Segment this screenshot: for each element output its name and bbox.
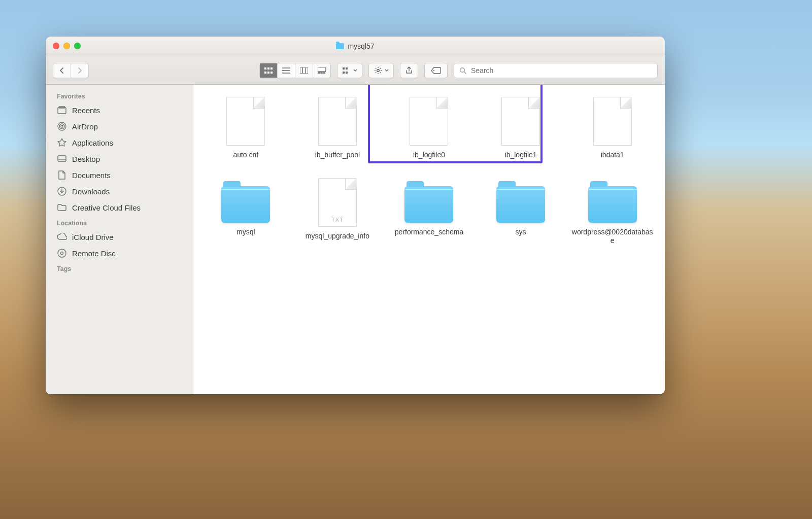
group-button[interactable] bbox=[337, 63, 362, 78]
desktop-background: mysql57 bbox=[0, 0, 812, 519]
file-item[interactable]: ibdata1 bbox=[569, 97, 656, 160]
file-icon bbox=[318, 178, 357, 227]
zoom-button[interactable] bbox=[74, 43, 81, 49]
sidebar-item-airdrop[interactable]: AirDrop bbox=[46, 118, 193, 134]
group-icon bbox=[343, 67, 351, 74]
folder-item[interactable]: wordpress@0020database bbox=[569, 178, 656, 246]
sidebar-item-label: Remote Disc bbox=[72, 249, 116, 258]
svg-rect-1 bbox=[267, 67, 269, 70]
svg-rect-15 bbox=[323, 73, 325, 74]
svg-rect-16 bbox=[343, 67, 345, 70]
applications-icon bbox=[57, 137, 67, 148]
sidebar-item-recents[interactable]: Recents bbox=[46, 102, 193, 118]
svg-rect-9 bbox=[300, 67, 308, 74]
share-button[interactable] bbox=[400, 63, 418, 78]
tags-button[interactable] bbox=[424, 63, 448, 78]
sidebar-item-remote-disc[interactable]: Remote Disc bbox=[46, 245, 193, 261]
columns-icon bbox=[300, 67, 308, 74]
file-icon bbox=[226, 97, 265, 146]
forward-button[interactable] bbox=[71, 63, 88, 78]
folder-icon bbox=[496, 186, 545, 223]
svg-rect-17 bbox=[346, 67, 348, 70]
svg-rect-32 bbox=[58, 108, 66, 114]
minimize-button[interactable] bbox=[63, 43, 70, 49]
sidebar-item-label: Applications bbox=[72, 139, 113, 147]
sidebar-item-documents[interactable]: Documents bbox=[46, 167, 193, 183]
downloads-icon bbox=[57, 186, 67, 196]
svg-rect-14 bbox=[321, 73, 322, 74]
svg-point-29 bbox=[433, 70, 434, 71]
section-favorites: Favorites bbox=[46, 89, 193, 102]
documents-icon bbox=[57, 170, 67, 180]
svg-rect-19 bbox=[346, 72, 348, 74]
folder-item[interactable]: performance_schema bbox=[386, 178, 472, 246]
window-body: Favorites Recents AirDrop Applications D… bbox=[46, 85, 665, 394]
file-browser[interactable]: auto.cnfib_buffer_poolib_logfile0ib_logf… bbox=[193, 85, 665, 394]
close-button[interactable] bbox=[53, 43, 59, 49]
file-icon bbox=[318, 97, 357, 146]
item-label: performance_schema bbox=[395, 228, 463, 237]
svg-rect-37 bbox=[58, 156, 66, 161]
file-item[interactable]: auto.cnf bbox=[202, 97, 289, 160]
search-icon bbox=[459, 67, 466, 74]
file-icon bbox=[593, 97, 632, 146]
sidebar-item-creative-cloud[interactable]: Creative Cloud Files bbox=[46, 199, 193, 216]
folder-item[interactable]: sys bbox=[478, 178, 564, 246]
file-item[interactable]: mysql_upgrade_info bbox=[294, 178, 381, 246]
svg-point-20 bbox=[377, 69, 379, 72]
window-title: mysql57 bbox=[336, 42, 374, 50]
list-view-button[interactable] bbox=[278, 63, 295, 78]
svg-point-40 bbox=[58, 249, 66, 257]
icon-view-button[interactable] bbox=[260, 63, 278, 78]
list-icon bbox=[282, 67, 290, 74]
back-button[interactable] bbox=[53, 63, 71, 78]
svg-rect-12 bbox=[318, 67, 326, 72]
item-label: auto.cnf bbox=[233, 151, 258, 160]
annotation-highlight bbox=[368, 85, 543, 163]
chevron-left-icon bbox=[59, 67, 64, 74]
gallery-view-button[interactable] bbox=[313, 63, 330, 78]
gallery-icon bbox=[318, 67, 326, 74]
cloud-icon bbox=[57, 232, 67, 242]
sidebar-item-downloads[interactable]: Downloads bbox=[46, 183, 193, 199]
sidebar-item-label: Downloads bbox=[72, 187, 110, 196]
toolbar bbox=[46, 56, 665, 85]
sidebar-item-desktop[interactable]: Desktop bbox=[46, 151, 193, 167]
column-view-button[interactable] bbox=[295, 63, 313, 78]
sidebar-item-applications[interactable]: Applications bbox=[46, 134, 193, 151]
svg-rect-5 bbox=[270, 72, 273, 74]
svg-point-34 bbox=[61, 125, 63, 127]
folder-icon bbox=[404, 186, 453, 223]
svg-point-41 bbox=[61, 252, 63, 255]
nav-buttons bbox=[53, 63, 89, 78]
svg-line-25 bbox=[376, 68, 376, 68]
sidebar-item-icloud[interactable]: iCloud Drive bbox=[46, 229, 193, 245]
svg-rect-18 bbox=[343, 72, 345, 74]
search-input[interactable] bbox=[470, 66, 652, 75]
sidebar-item-label: iCloud Drive bbox=[72, 233, 114, 241]
svg-rect-0 bbox=[264, 67, 266, 70]
svg-line-26 bbox=[380, 72, 380, 73]
svg-rect-13 bbox=[318, 73, 320, 74]
sidebar-item-label: Desktop bbox=[72, 155, 100, 163]
search-field[interactable] bbox=[454, 63, 658, 78]
item-label: sys bbox=[516, 228, 526, 237]
airdrop-icon bbox=[57, 121, 67, 131]
grid-icon bbox=[264, 67, 273, 74]
folder-item[interactable]: mysql bbox=[202, 178, 289, 246]
titlebar[interactable]: mysql57 bbox=[46, 37, 665, 56]
svg-line-28 bbox=[380, 68, 380, 68]
tag-icon bbox=[431, 67, 441, 74]
folder-icon bbox=[221, 186, 270, 223]
chevron-down-icon bbox=[385, 69, 389, 72]
action-button[interactable] bbox=[368, 63, 394, 78]
traffic-lights bbox=[53, 43, 81, 49]
item-label: ibdata1 bbox=[601, 151, 624, 160]
item-label: ib_buffer_pool bbox=[315, 151, 360, 160]
folder-icon bbox=[57, 202, 67, 213]
sidebar-item-label: Recents bbox=[72, 106, 100, 115]
sidebar-item-label: AirDrop bbox=[72, 122, 98, 131]
recents-icon bbox=[57, 105, 67, 115]
sidebar-item-label: Creative Cloud Files bbox=[72, 203, 141, 212]
sidebar: Favorites Recents AirDrop Applications D… bbox=[46, 85, 193, 394]
